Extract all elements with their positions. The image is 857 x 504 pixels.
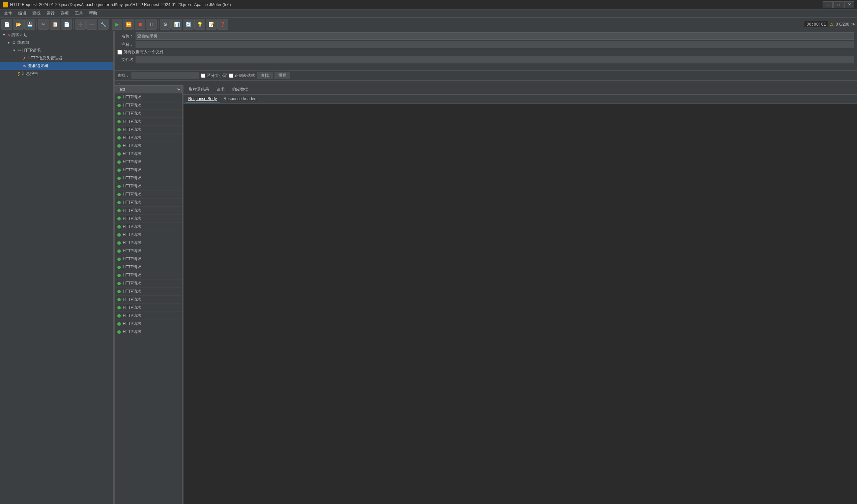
request-item[interactable]: HTTP请求 bbox=[115, 190, 182, 198]
resp-tab-response-body[interactable]: Response Body bbox=[185, 96, 220, 103]
case-sensitive-checkbox[interactable] bbox=[201, 73, 205, 78]
panel-area: TextRegExp TesterCSS/JQuery TesterXPath … bbox=[115, 85, 857, 504]
all-data-checkbox[interactable] bbox=[117, 50, 122, 55]
toolbar-help-btn[interactable]: ❓ bbox=[217, 19, 228, 30]
toolbar-cut-btn[interactable]: ✂ bbox=[38, 19, 49, 30]
menu-item-工具[interactable]: 工具 bbox=[72, 10, 86, 17]
toolbar-report-btn[interactable]: 📊 bbox=[171, 19, 182, 30]
request-item[interactable]: HTTP请求 bbox=[115, 231, 182, 239]
request-item[interactable]: HTTP请求 bbox=[115, 109, 182, 118]
dots-line3: -- bbox=[117, 81, 120, 85]
request-item[interactable]: HTTP请求 bbox=[115, 183, 182, 190]
request-status-dot bbox=[117, 152, 121, 156]
sidebar-item-test-plan[interactable]: ▼Λ测试计划 bbox=[0, 31, 113, 39]
request-item[interactable]: HTTP请求 bbox=[115, 288, 182, 296]
toolbar-sep4 bbox=[158, 20, 158, 29]
sidebar-label-aggregate-report: 汇总报告 bbox=[22, 71, 38, 76]
tab-sampler-result[interactable]: 取样器结果 bbox=[185, 85, 213, 94]
request-item[interactable]: HTTP请求 bbox=[115, 312, 182, 320]
toolbar-stop-btn[interactable]: ⏹ bbox=[135, 19, 145, 30]
search-button[interactable]: 查找 bbox=[257, 72, 272, 79]
request-item[interactable]: HTTP请求 bbox=[115, 255, 182, 263]
close-button[interactable]: ✕ bbox=[844, 1, 854, 8]
tab-response-data[interactable]: 响应数据 bbox=[229, 85, 252, 94]
sidebar-item-thread-group[interactable]: ▼⚙线程组 bbox=[0, 39, 113, 47]
request-item[interactable]: HTTP请求 bbox=[115, 198, 182, 207]
toolbar-new-btn[interactable]: 📄 bbox=[1, 19, 12, 30]
toolbar-settings-btn[interactable]: 🔧 bbox=[98, 19, 108, 30]
count-badge: 0 0/200 bbox=[836, 22, 849, 27]
toolbar-refresh-btn[interactable]: 🔄 bbox=[183, 19, 194, 30]
sidebar-item-aggregate-report[interactable]: ∑汇总报告 bbox=[0, 70, 113, 77]
warning-icon: ⚠ bbox=[830, 22, 834, 27]
sidebar-item-http-header-manager[interactable]: ✗HTTP信息头管理器 bbox=[0, 54, 113, 62]
node-icon-test-plan: Λ bbox=[7, 33, 10, 37]
request-item[interactable]: HTTP请求 bbox=[115, 263, 182, 272]
request-item[interactable]: HTTP请求 bbox=[115, 279, 182, 288]
comment-input[interactable] bbox=[136, 41, 854, 48]
type-select[interactable]: TextRegExp TesterCSS/JQuery TesterXPath … bbox=[115, 85, 182, 93]
toolbar-pause-btn[interactable]: ⏸ bbox=[146, 19, 157, 30]
request-item[interactable]: HTTP请求 bbox=[115, 118, 182, 126]
title-controls: – □ ✕ bbox=[823, 1, 854, 8]
request-item[interactable]: HTTP请求 bbox=[115, 239, 182, 247]
toolbar-remove-btn[interactable]: ➖ bbox=[86, 19, 97, 30]
request-item[interactable]: HTTP请求 bbox=[115, 142, 182, 150]
toolbar-add-btn[interactable]: ➕ bbox=[75, 19, 86, 30]
comment-label: 注释： bbox=[117, 42, 134, 48]
request-status-dot bbox=[117, 233, 121, 237]
toolbar-paste-btn[interactable]: 📄 bbox=[61, 19, 72, 30]
toolbar-right: 00:00:01 ⚠ 0 0/200 ≫ bbox=[804, 21, 856, 27]
request-item[interactable]: HTTP请求 bbox=[115, 272, 182, 279]
toolbar-light-btn[interactable]: 💡 bbox=[194, 19, 205, 30]
request-item[interactable]: HTTP请求 bbox=[115, 223, 182, 231]
request-item[interactable]: HTTP请求 bbox=[115, 134, 182, 142]
menu-item-选项[interactable]: 选项 bbox=[58, 10, 71, 17]
request-item[interactable]: HTTP请求 bbox=[115, 158, 182, 166]
menu-item-查找[interactable]: 查找 bbox=[30, 10, 43, 17]
request-item[interactable]: HTTP请求 bbox=[115, 126, 182, 134]
toolbar-clear-btn[interactable]: 📝 bbox=[206, 19, 217, 30]
sidebar-item-view-result-tree[interactable]: 👁查看结果树 bbox=[0, 62, 113, 70]
expand-icon[interactable]: ≫ bbox=[851, 22, 856, 27]
regex-checkbox[interactable] bbox=[229, 73, 233, 78]
request-item[interactable]: HTTP请求 bbox=[115, 207, 182, 215]
search-bar: 查找： 区分大小写 正则表达式 查找 重置 bbox=[115, 71, 857, 81]
toolbar-open-btn[interactable]: 📂 bbox=[13, 19, 23, 30]
request-item[interactable]: HTTP请求 bbox=[115, 166, 182, 174]
menu-item-运行[interactable]: 运行 bbox=[44, 10, 57, 17]
search-input[interactable] bbox=[132, 72, 199, 79]
toolbar-run-no-pause-btn[interactable]: ⏩ bbox=[123, 19, 134, 30]
reset-button[interactable]: 重置 bbox=[274, 72, 290, 79]
filename-input[interactable] bbox=[136, 56, 854, 63]
request-item[interactable]: HTTP请求 bbox=[115, 247, 182, 255]
request-item[interactable]: HTTP请求 bbox=[115, 296, 182, 304]
request-status-dot bbox=[117, 266, 121, 269]
sidebar-item-http-request[interactable]: ▼✏HTTP请求 bbox=[0, 47, 113, 54]
request-item[interactable]: HTTP请求 bbox=[115, 328, 182, 336]
request-item[interactable]: HTTP请求 bbox=[115, 102, 182, 109]
menu-item-编辑[interactable]: 编辑 bbox=[16, 10, 29, 17]
all-data-label: 所有数据写入一个文件 bbox=[123, 49, 164, 55]
request-item[interactable]: HTTP请求 bbox=[115, 93, 182, 102]
maximize-button[interactable]: □ bbox=[834, 1, 843, 8]
node-icon-thread-group: ⚙ bbox=[12, 40, 16, 45]
toolbar-save-btn[interactable]: 💾 bbox=[24, 19, 35, 30]
request-item[interactable]: HTTP请求 bbox=[115, 215, 182, 223]
menu-item-帮助[interactable]: 帮助 bbox=[86, 10, 100, 17]
minimize-button[interactable]: – bbox=[823, 1, 833, 8]
sidebar-label-view-result-tree: 查看结果树 bbox=[28, 63, 48, 69]
request-item[interactable]: HTTP请求 bbox=[115, 174, 182, 183]
toolbar-copy-btn[interactable]: 📋 bbox=[50, 19, 61, 30]
toolbar-options-btn[interactable]: ⚙ bbox=[160, 19, 171, 30]
request-label: HTTP请求 bbox=[123, 297, 141, 302]
toolbar-run-btn[interactable]: ▶ bbox=[112, 19, 122, 30]
tab-request[interactable]: 请求 bbox=[213, 85, 228, 94]
request-item[interactable]: HTTP请求 bbox=[115, 150, 182, 158]
request-item[interactable]: HTTP请求 bbox=[115, 320, 182, 328]
request-item[interactable]: HTTP请求 bbox=[115, 304, 182, 312]
expand-icon-thread-group: ▼ bbox=[7, 41, 11, 45]
name-input[interactable] bbox=[136, 32, 854, 40]
resp-tab-response-headers[interactable]: Response headers bbox=[221, 96, 261, 103]
menu-item-文件[interactable]: 文件 bbox=[1, 10, 15, 17]
